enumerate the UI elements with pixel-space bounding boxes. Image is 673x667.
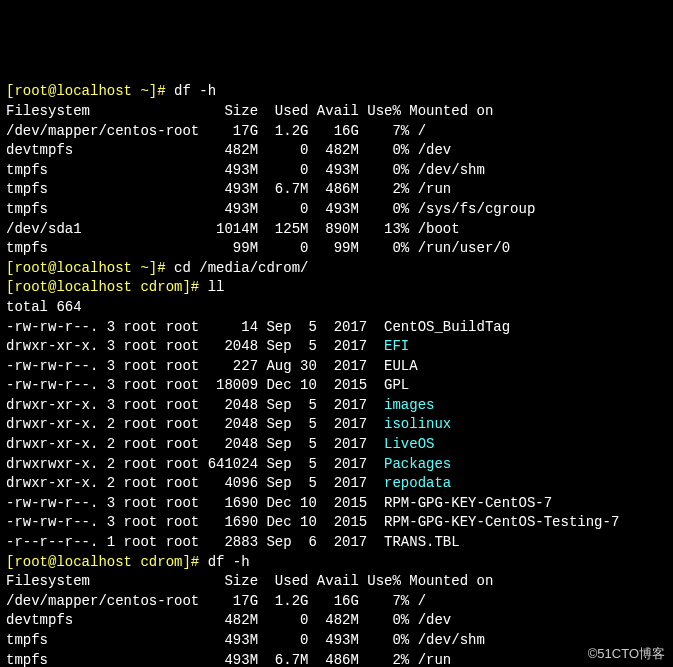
ll-row: -rw-rw-r--. 3 root root 1690 Dec 10 2015…: [6, 513, 667, 533]
watermark: ©51CTO博客: [588, 645, 665, 663]
ll-row: -rw-rw-r--. 3 root root 227 Aug 30 2017 …: [6, 357, 667, 377]
prompt-line: [root@localhost ~]# df -h: [6, 82, 667, 102]
prompt-line: [root@localhost ~]# cd /media/cdrom/: [6, 259, 667, 279]
df-row: devtmpfs 482M 0 482M 0% /dev: [6, 141, 667, 161]
ll-row: drwxr-xr-x. 2 root root 4096 Sep 5 2017 …: [6, 474, 667, 494]
terminal-output: [root@localhost ~]# df -hFilesystem Size…: [6, 82, 667, 667]
ll-row: drwxr-xr-x. 2 root root 2048 Sep 5 2017 …: [6, 415, 667, 435]
ll-total: total 664: [6, 298, 667, 318]
prompt-line: [root@localhost cdrom]# ll: [6, 278, 667, 298]
prompt-line: [root@localhost cdrom]# df -h: [6, 553, 667, 573]
df-row: /dev/mapper/centos-root 17G 1.2G 16G 7% …: [6, 592, 667, 612]
ll-row: drwxr-xr-x. 3 root root 2048 Sep 5 2017 …: [6, 337, 667, 357]
ll-row: -rw-rw-r--. 3 root root 14 Sep 5 2017 Ce…: [6, 318, 667, 338]
ll-row: -rw-rw-r--. 3 root root 18009 Dec 10 201…: [6, 376, 667, 396]
df-row: tmpfs 99M 0 99M 0% /run/user/0: [6, 239, 667, 259]
df-row: tmpfs 493M 6.7M 486M 2% /run: [6, 651, 667, 667]
ll-row: drwxr-xr-x. 2 root root 2048 Sep 5 2017 …: [6, 435, 667, 455]
df-row: /dev/mapper/centos-root 17G 1.2G 16G 7% …: [6, 122, 667, 142]
df-row: tmpfs 493M 0 493M 0% /dev/shm: [6, 631, 667, 651]
ll-row: drwxr-xr-x. 3 root root 2048 Sep 5 2017 …: [6, 396, 667, 416]
ll-row: -r--r--r--. 1 root root 2883 Sep 6 2017 …: [6, 533, 667, 553]
df-header: Filesystem Size Used Avail Use% Mounted …: [6, 102, 667, 122]
ll-row: drwxrwxr-x. 2 root root 641024 Sep 5 201…: [6, 455, 667, 475]
df-row: devtmpfs 482M 0 482M 0% /dev: [6, 611, 667, 631]
df-header: Filesystem Size Used Avail Use% Mounted …: [6, 572, 667, 592]
df-row: tmpfs 493M 6.7M 486M 2% /run: [6, 180, 667, 200]
df-row: tmpfs 493M 0 493M 0% /dev/shm: [6, 161, 667, 181]
df-row: tmpfs 493M 0 493M 0% /sys/fs/cgroup: [6, 200, 667, 220]
df-row: /dev/sda1 1014M 125M 890M 13% /boot: [6, 220, 667, 240]
ll-row: -rw-rw-r--. 3 root root 1690 Dec 10 2015…: [6, 494, 667, 514]
